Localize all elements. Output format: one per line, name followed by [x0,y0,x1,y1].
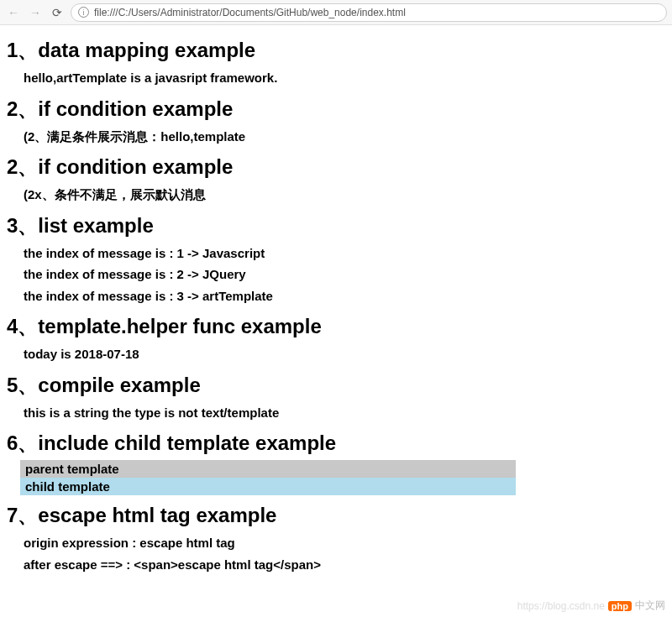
text-2a-1: (2、满足条件展示消息：hello,template [24,126,665,148]
heading-7: 7、escape html tag example [7,502,665,529]
address-bar[interactable]: i file:///C:/Users/Administrator/Documen… [71,3,667,22]
heading-5: 5、compile example [7,372,665,399]
watermark-url: https://blog.csdn.ne [517,600,605,612]
text-7-2: after escape ==> : <span>escape html tag… [24,554,665,576]
back-icon[interactable]: ← [5,4,22,21]
heading-1: 1、data mapping example [7,37,665,64]
info-icon[interactable]: i [78,7,89,18]
template-box: parent template child template [20,460,516,495]
heading-3: 3、list example [7,212,665,239]
reload-icon[interactable]: ⟳ [49,4,66,21]
text-7-1: origin expression : escape html tag [24,532,665,554]
text-3-2: the index of message is : 2 -> JQuery [24,264,665,285]
text-3-1: the index of message is : 1 -> Javascrip… [24,243,665,264]
watermark-badge: php [608,601,632,611]
watermark-cn: 中文网 [635,599,665,613]
page-content: 1、data mapping example hello,artTemplate… [0,25,672,575]
text-3-3: the index of message is : 3 -> artTempla… [24,285,665,307]
browser-toolbar: ← → ⟳ i file:///C:/Users/Administrator/D… [0,0,672,25]
parent-template-bar: parent template [20,460,516,478]
text-4-1: today is 2018-07-18 [24,343,665,365]
text-5-1: this is a string the type is not text/te… [24,402,665,424]
heading-2b: 2、if condition example [7,154,665,180]
watermark: https://blog.csdn.ne php 中文网 [517,599,665,613]
heading-2a: 2、if condition example [7,96,665,123]
heading-6: 6、include child template example [7,430,665,457]
heading-4: 4、template.helper func example [7,313,665,340]
url-text: file:///C:/Users/Administrator/Documents… [94,7,406,18]
child-template-bar: child template [20,478,516,495]
text-1-1: hello,artTemplate is a javasript framewo… [24,67,665,89]
text-2b-1: (2x、条件不满足，展示默认消息 [24,184,665,206]
forward-icon[interactable]: → [27,4,44,21]
